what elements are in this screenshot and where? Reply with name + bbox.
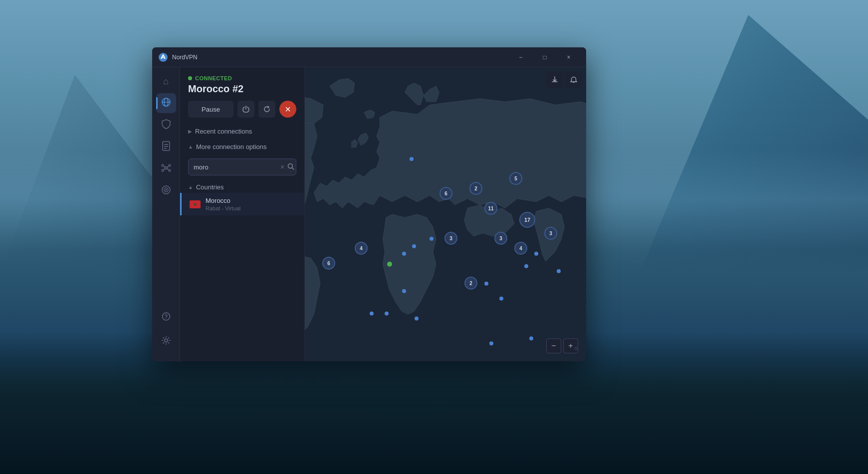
map-area: 2561117333434623 <box>305 67 586 361</box>
search-container: × <box>180 155 304 179</box>
left-panel: CONNECTED Morocco #2 Pause <box>180 67 305 361</box>
connection-header: CONNECTED Morocco #2 Pause <box>180 67 304 124</box>
mesh-icon <box>161 163 171 175</box>
app-title: NordVPN <box>172 54 509 61</box>
map-location-dot[interactable] <box>402 252 406 256</box>
svg-line-14 <box>167 166 169 167</box>
map-location-dot[interactable] <box>410 157 414 161</box>
map-location-dot[interactable] <box>524 264 528 268</box>
globe-icon <box>161 97 171 110</box>
action-buttons: Pause <box>188 101 296 118</box>
svg-point-11 <box>162 169 164 171</box>
map-location-dot[interactable] <box>484 282 488 286</box>
map-cluster-node[interactable]: 2 <box>469 182 482 195</box>
map-location-dot[interactable] <box>499 297 503 301</box>
svg-point-19 <box>165 189 167 190</box>
svg-point-8 <box>165 166 167 169</box>
close-button[interactable]: × <box>557 49 580 65</box>
sidebar-item-globe[interactable] <box>156 93 176 113</box>
svg-line-15 <box>164 168 165 170</box>
map-location-dot[interactable] <box>534 252 538 256</box>
title-bar: NordVPN − □ × <box>152 47 586 67</box>
map-cluster-node[interactable]: 5 <box>509 172 522 185</box>
svg-point-12 <box>169 169 171 171</box>
map-location-dot[interactable] <box>402 289 406 293</box>
map-location-dot[interactable] <box>430 237 434 241</box>
map-location-dot[interactable] <box>412 244 416 248</box>
zoom-in-button[interactable]: + <box>563 338 578 353</box>
search-icon[interactable] <box>287 163 294 171</box>
sidebar-item-home[interactable]: ⌂ <box>156 71 176 91</box>
app-window: NordVPN − □ × ⌂ <box>152 47 586 361</box>
recent-connections-row[interactable]: ▶ Recent connections <box>180 124 304 139</box>
refresh-button[interactable] <box>258 101 275 118</box>
power-button[interactable] <box>237 101 254 118</box>
map-cluster-node[interactable]: 4 <box>355 242 368 255</box>
svg-line-24 <box>292 167 294 169</box>
svg-point-9 <box>162 164 164 166</box>
chevron-down-icon: ▲ <box>188 144 193 150</box>
pause-button[interactable]: Pause <box>188 101 233 118</box>
svg-point-10 <box>169 164 171 166</box>
zoom-controls: − + <box>546 338 578 353</box>
more-options-row[interactable]: ▲ More connection options <box>180 139 304 155</box>
svg-rect-4 <box>163 142 170 151</box>
sidebar-item-settings[interactable] <box>156 331 176 351</box>
map-cluster-node[interactable]: 17 <box>519 212 535 228</box>
svg-line-13 <box>164 166 165 167</box>
sidebar-item-target[interactable] <box>156 181 176 201</box>
countries-header[interactable]: ▲ Countries <box>188 183 296 191</box>
more-options-label: More connection options <box>196 143 267 151</box>
svg-text:?: ? <box>164 314 167 319</box>
status-text: CONNECTED <box>195 75 232 81</box>
zoom-out-button[interactable]: − <box>546 338 561 353</box>
shield-icon <box>162 119 171 132</box>
map-cluster-node[interactable]: 4 <box>514 242 527 255</box>
map-location-dot[interactable] <box>557 269 561 273</box>
minimize-button[interactable]: − <box>509 49 532 65</box>
country-flag <box>190 200 201 208</box>
search-input[interactable] <box>194 163 277 171</box>
window-controls: − □ × <box>509 49 580 65</box>
map-cluster-node[interactable]: 3 <box>544 227 557 240</box>
notification-button[interactable] <box>565 71 582 88</box>
recent-connections-label: Recent connections <box>195 128 252 135</box>
map-location-dot[interactable] <box>387 262 392 267</box>
sidebar-item-file[interactable] <box>156 137 176 157</box>
active-indicator <box>156 97 158 109</box>
country-info: Morocco Rabat - Virtual <box>206 197 296 211</box>
map-location-dot[interactable] <box>415 316 419 320</box>
sidebar-item-shield[interactable] <box>156 115 176 135</box>
chevron-right-icon: ▶ <box>188 129 192 134</box>
download-button[interactable] <box>546 71 563 88</box>
sidebar-item-mesh[interactable] <box>156 159 176 179</box>
search-clear-button[interactable]: × <box>280 163 284 170</box>
home-icon: ⌂ <box>163 76 169 87</box>
settings-icon <box>162 336 171 347</box>
map-toolbar <box>546 71 582 88</box>
app-logo <box>158 52 168 62</box>
maximize-button[interactable]: □ <box>533 49 556 65</box>
map-cluster-node[interactable]: 11 <box>484 202 497 215</box>
country-name: Morocco <box>206 197 296 204</box>
map-cluster-node[interactable]: 6 <box>322 257 335 270</box>
map-cluster-node[interactable]: 3 <box>494 232 507 245</box>
map-cluster-node[interactable]: 3 <box>444 232 457 245</box>
disconnect-button[interactable] <box>279 101 296 118</box>
sidebar-item-help[interactable]: ? <box>156 308 176 327</box>
map-cluster-node[interactable]: 6 <box>439 187 452 200</box>
target-icon <box>161 185 171 197</box>
list-item[interactable]: Morocco Rabat - Virtual <box>180 193 304 215</box>
countries-chevron-icon: ▲ <box>188 184 193 190</box>
map-location-dot[interactable] <box>385 312 389 316</box>
connection-status: CONNECTED <box>188 75 296 81</box>
server-name: Morocco #2 <box>188 83 296 95</box>
file-icon <box>162 141 170 154</box>
map-cluster-node[interactable]: 2 <box>464 277 477 290</box>
sidebar-bottom: ? <box>156 308 176 357</box>
svg-point-22 <box>165 339 168 342</box>
map-location-dot[interactable] <box>370 312 374 316</box>
map-location-dot[interactable] <box>529 336 533 340</box>
map-location-dot[interactable] <box>489 341 493 345</box>
svg-line-16 <box>167 168 169 170</box>
